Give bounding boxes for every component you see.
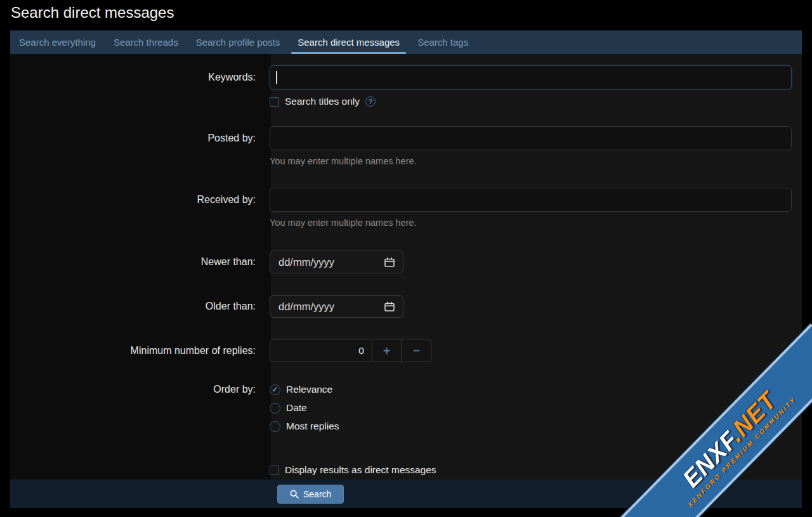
page-title: Search direct messages [0, 0, 812, 30]
help-icon[interactable]: ? [365, 96, 376, 107]
radio-relevance[interactable]: ✓ [270, 384, 280, 395]
increment-button[interactable]: + [372, 339, 402, 362]
form-footer: Search [10, 480, 802, 508]
order-by-label: Order by: [10, 383, 263, 438]
keywords-input[interactable] [270, 65, 792, 89]
calendar-icon[interactable] [384, 258, 395, 267]
min-replies-input[interactable]: 0 [270, 339, 372, 362]
display-results-checkbox[interactable] [270, 466, 279, 475]
tab-search-tags[interactable]: Search tags [409, 30, 477, 54]
radio-date-label: Date [286, 402, 307, 414]
newer-than-label: Newer than: [10, 251, 263, 273]
min-replies-stepper: 0 + − [270, 339, 431, 362]
text-caret [276, 71, 277, 84]
search-titles-only-checkbox[interactable] [270, 97, 279, 107]
date-placeholder: dd/mm/yyyy [278, 256, 334, 268]
search-titles-only-label: Search titles only [285, 96, 360, 107]
display-results-label: Display results as direct messages [285, 464, 436, 476]
search-submit-button[interactable]: Search [277, 485, 344, 504]
decrement-button[interactable]: − [401, 339, 431, 362]
received-by-label: Received by: [10, 188, 263, 228]
older-than-label: Older than: [10, 295, 263, 318]
posted-by-input[interactable] [270, 126, 792, 150]
date-placeholder: dd/mm/yyyy [278, 301, 334, 313]
tab-search-everything[interactable]: Search everything [10, 30, 105, 54]
received-by-input[interactable] [270, 188, 792, 212]
radio-relevance-label: Relevance [286, 384, 332, 395]
radio-check-icon: ✓ [272, 386, 278, 393]
newer-than-date-input[interactable]: dd/mm/yyyy [270, 251, 403, 273]
keywords-label: Keywords: [10, 65, 263, 107]
radio-most-replies[interactable] [270, 421, 280, 432]
min-replies-label: Minimum number of replies: [10, 339, 263, 362]
radio-most-replies-label: Most replies [286, 421, 339, 432]
received-by-hint: You may enter multiple names here. [270, 218, 792, 228]
tab-search-direct-messages[interactable]: Search direct messages [289, 30, 409, 54]
search-tab-bar: Search everything Search threads Search … [10, 30, 802, 54]
tab-search-threads[interactable]: Search threads [105, 30, 187, 54]
search-icon [290, 490, 299, 499]
search-form-block: Search everything Search threads Search … [10, 30, 802, 508]
search-form: Keywords: Search titles only ? Posted by… [10, 54, 802, 480]
older-than-date-input[interactable]: dd/mm/yyyy [270, 295, 403, 318]
posted-by-label: Posted by: [10, 126, 263, 166]
radio-date[interactable] [270, 403, 280, 414]
search-button-label: Search [303, 489, 331, 499]
calendar-icon[interactable] [384, 302, 395, 311]
posted-by-hint: You may enter multiple names here. [270, 156, 792, 166]
tab-search-profile-posts[interactable]: Search profile posts [187, 30, 289, 54]
